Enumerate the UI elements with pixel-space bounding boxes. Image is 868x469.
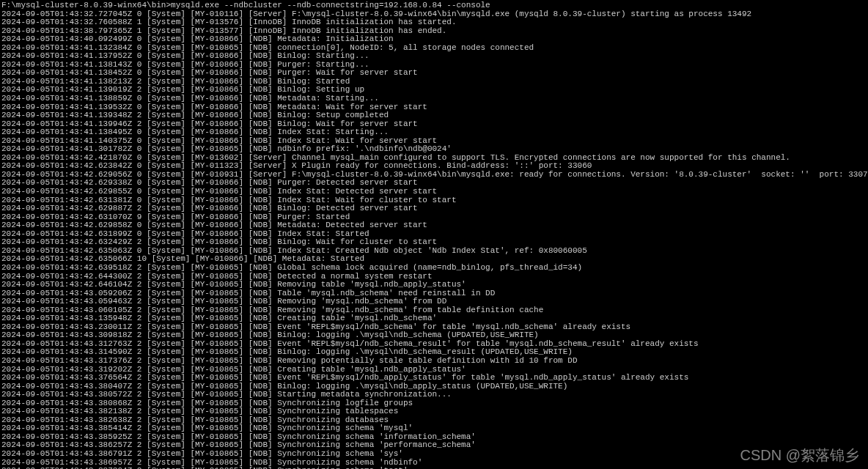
watermark: CSDN @絮落锦乡 [740,448,859,463]
log-line: 2024-09-05T01:43:42.639518Z 2 [System] [… [1,264,867,273]
log-line: 2024-09-05T01:43:43.380572Z 2 [System] [… [1,391,867,399]
terminal-output[interactable]: F:\mysql-cluster-8.0.39-winx64\bin>mysql… [1,1,867,469]
log-line: 2024-09-05T01:43:42.629887Z 2 [System] [… [1,204,867,213]
log-line: 2024-09-05T01:43:32.760588Z 1 [System] [… [1,18,867,27]
log-line: 2024-09-05T01:43:42.646104Z 2 [System] [… [1,281,867,289]
log-line: 2024-09-05T01:43:41.138859Z 0 [System] [… [1,95,867,103]
log-line: 2024-09-05T01:43:43.376564Z 2 [System] [… [1,374,867,383]
log-line: 2024-09-05T01:43:43.317376Z 2 [System] [… [1,357,867,366]
log-line: 2024-09-05T01:43:40.092499Z 0 [System] [… [1,35,867,44]
log-line: 2024-09-05T01:43:43.386791Z 2 [System] [… [1,450,867,459]
log-line: 2024-09-05T01:43:41.139348Z 2 [System] [… [1,111,867,120]
log-line: 2024-09-05T01:43:42.629855Z 0 [System] [… [1,188,867,196]
log-line: 2024-09-05T01:43:43.059463Z 2 [System] [… [1,298,867,306]
command-line: F:\mysql-cluster-8.0.39-winx64\bin>mysql… [1,1,867,10]
